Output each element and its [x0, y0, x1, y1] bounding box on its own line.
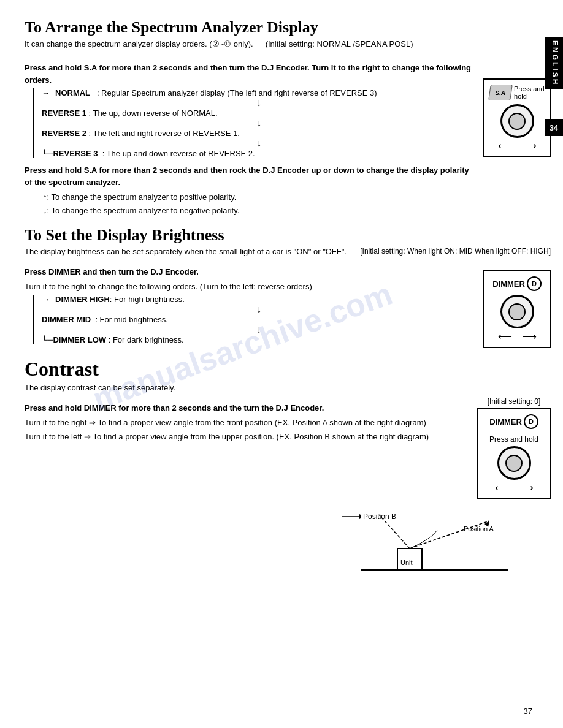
- dimmer-high: → DIMMER HIGH: For high brightness.: [42, 295, 473, 304]
- section3-body: Press and hold DIMMER for more than 2 se…: [25, 397, 551, 499]
- sa-press-hold-label: Press and hold: [514, 85, 545, 100]
- section3: Contrast The display contrast can be set…: [25, 358, 551, 579]
- section1-orders: → NORMAL : Regular Spectrum analyzer dis…: [33, 88, 473, 158]
- order-normal: → NORMAL : Regular Spectrum analyzer dis…: [42, 88, 473, 97]
- contrast-box: DIMMER D Press and hold ⟵ ⟶: [477, 408, 551, 499]
- section1-left: To Arrange the Spectrum Analyzer Display…: [25, 12, 551, 53]
- polarity-down: ↓: To change the spectrum analyzer to ne…: [43, 204, 473, 218]
- encoder-arrows-sa: ⟵ ⟶: [492, 140, 542, 151]
- encoder-circle-contrast: [497, 446, 531, 480]
- contrast-initial-note: [Initial setting: 0]: [488, 397, 541, 406]
- encoder-inner-contrast: [505, 455, 523, 472]
- section2-subtitle: The display brightness can be set separa…: [25, 247, 347, 256]
- section3-subtitle: The display contrast can be set separate…: [25, 383, 551, 392]
- svg-text:Unit: Unit: [400, 559, 413, 566]
- section3-title: Contrast: [25, 358, 551, 381]
- angle-diagram: Position B Unit: [342, 506, 514, 579]
- page-footer: 37: [524, 707, 532, 716]
- contrast-dimmer-label: DIMMER D: [489, 414, 538, 429]
- section1-title: To Arrange the Spectrum Analyzer Display: [25, 18, 538, 37]
- section2: To Set the Display Brightness The displa…: [25, 226, 551, 348]
- section2-initial-note: [Initial setting: When light ON: MID Whe…: [360, 247, 551, 256]
- order-reverse2: REVERSE 2 : The left and right reverse o…: [42, 129, 473, 138]
- dimmer-box: DIMMER D ⟵ ⟶: [483, 270, 551, 348]
- section1-diagram: S.A Press and hold ⟵ ⟶: [483, 75, 551, 157]
- sidebar-page-tab: 34: [545, 119, 563, 136]
- sidebar-language-tab: ENGLISH: [545, 37, 563, 89]
- encoder-inner-dimmer: [508, 303, 526, 320]
- contrast-press-hold-label: Press and hold: [489, 435, 538, 444]
- encoder-circle-dimmer: [500, 295, 534, 328]
- section2-title: To Set the Display Brightness: [25, 226, 551, 245]
- section3-turn-right: Turn it to the right ⇒ To find a proper …: [25, 417, 467, 429]
- section1-instruction1: Press and hold S.A for more than 2 secon…: [25, 62, 473, 86]
- section3-left: Press and hold DIMMER for more than 2 se…: [25, 397, 467, 446]
- section3-turn-left: Turn it to the left ⇒ To find a proper v…: [25, 431, 467, 443]
- section2-header-row: The display brightness can be set separa…: [25, 247, 551, 261]
- angle-diagram-svg: Unit Position A: [342, 506, 514, 579]
- section2-instruction1: Press DIMMER and then turn the D.J Encod…: [25, 266, 473, 278]
- section1-polarity: ↑: To change the spectrum analyzer to po…: [43, 191, 473, 218]
- sa-button: S.A: [488, 85, 513, 100]
- section3-diagram-area: [Initial setting: 0] DIMMER D Press and …: [477, 397, 551, 499]
- svg-text:Position A: Position A: [464, 525, 494, 533]
- page-container: manualsarchive.com ENGLISH 34 To Arrange…: [0, 0, 563, 728]
- encoder-inner-sa: [508, 113, 526, 130]
- contrast-dimmer-icon: D: [524, 414, 538, 429]
- dimmer-icon: D: [527, 276, 542, 291]
- sa-diagram-box: S.A Press and hold ⟵ ⟶: [483, 78, 551, 157]
- svg-line-6: [379, 515, 410, 548]
- section2-body: Press DIMMER and then turn the D.J Encod…: [25, 261, 551, 348]
- page-number: 37: [524, 707, 532, 716]
- order-reverse3: └─REVERSE 3 : The up and down reverse of…: [42, 149, 473, 158]
- section2-orders: → DIMMER HIGH: For high brightness. ↓ DI…: [33, 295, 473, 344]
- section3-instruction1: Press and hold DIMMER for more than 2 se…: [25, 402, 467, 414]
- section1-header: To Arrange the Spectrum Analyzer Display…: [25, 12, 551, 53]
- order-reverse1: REVERSE 1 : The up, down reverse of NORM…: [42, 108, 473, 118]
- polarity-up: ↑: To change the spectrum analyzer to po…: [43, 191, 473, 204]
- dimmer-low: └─DIMMER LOW : For dark brightness.: [42, 335, 473, 344]
- section1-subtitle: It can change the spectrum analyzer disp…: [25, 39, 253, 48]
- section1-body: Press and hold S.A for more than 2 secon…: [25, 57, 551, 218]
- encoder-circle-sa: [500, 104, 534, 138]
- encoder-arrows-contrast: ⟵ ⟶: [489, 482, 538, 493]
- section1-initial-setting: (Initial setting: NORMAL /SPEANA POSL): [266, 39, 413, 48]
- encoder-arrows-dimmer: ⟵ ⟶: [492, 330, 542, 342]
- dimmer-mid: DIMMER MID : For mid brightness.: [42, 315, 473, 324]
- section2-detail: Turn it to the right to change the follo…: [25, 281, 473, 293]
- section2-diagram: DIMMER D ⟵ ⟶: [483, 267, 551, 348]
- section1-instruction2: Press and hold S.A for more than 2 secon…: [25, 164, 473, 188]
- dimmer-label: DIMMER D: [492, 276, 542, 291]
- section2-left: Press DIMMER and then turn the D.J Encod…: [25, 261, 473, 344]
- angle-diagram-container: Position B Unit: [25, 506, 551, 579]
- section1-instructions: Press and hold S.A for more than 2 secon…: [25, 57, 473, 218]
